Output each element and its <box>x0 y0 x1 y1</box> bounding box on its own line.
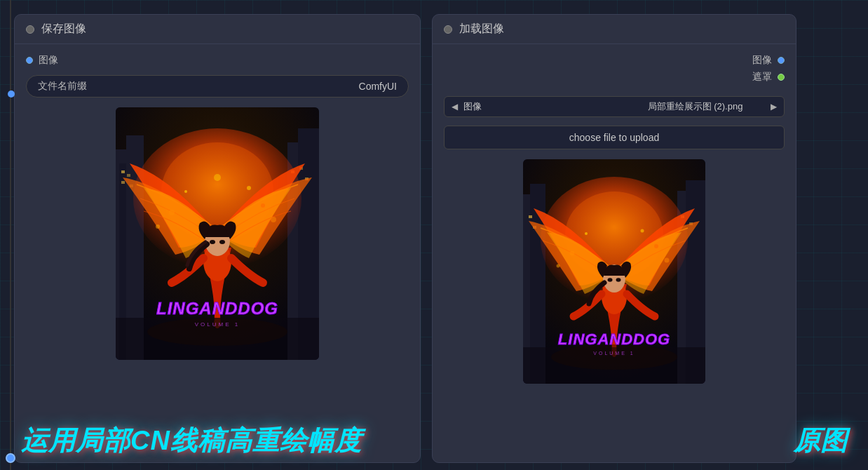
save-image-body: 图像 文件名前缀 ComfyUI <box>15 44 420 462</box>
svg-point-18 <box>219 240 225 244</box>
selector-prefix-label: 图像 <box>463 100 614 113</box>
load-image-body: 图像 遮罩 ◀ 图像 局部重绘展示图 (2).png ▶ choose file… <box>433 44 796 462</box>
svg-text:VOLUME 1: VOLUME 1 <box>195 321 240 328</box>
svg-text:VOLUME 1: VOLUME 1 <box>593 351 635 356</box>
main-layout: 保存图像 图像 文件名前缀 ComfyUI <box>0 0 868 470</box>
save-image-header: 保存图像 <box>15 15 420 44</box>
selector-right-arrow[interactable]: ▶ <box>771 102 777 112</box>
svg-point-23 <box>184 190 187 193</box>
svg-point-48 <box>665 258 670 263</box>
svg-point-21 <box>156 224 160 229</box>
svg-rect-33 <box>529 215 532 218</box>
svg-point-46 <box>654 244 658 248</box>
upload-button[interactable]: choose file to upload <box>444 126 785 149</box>
svg-point-24 <box>247 186 251 190</box>
save-image-status-dot <box>26 25 34 34</box>
image-port-row: 图像 <box>26 54 409 67</box>
mask-output-label: 遮罩 <box>752 71 772 83</box>
svg-text:LINGANDDOG: LINGANDDOG <box>558 330 670 348</box>
svg-rect-4 <box>121 170 125 173</box>
mask-output-dot <box>778 74 785 81</box>
left-anime-image: LINGANDDOG VOLUME 1 <box>116 107 319 360</box>
load-image-status-dot <box>444 25 452 34</box>
svg-point-43 <box>608 278 613 282</box>
load-image-node: 加载图像 图像 遮罩 ◀ 图像 局部重绘展示图 (2).png ▶ <box>432 14 796 463</box>
svg-point-17 <box>210 240 215 244</box>
svg-point-47 <box>557 264 560 268</box>
svg-point-50 <box>641 229 644 233</box>
svg-point-25 <box>214 174 221 181</box>
left-node-connector <box>8 90 15 98</box>
mask-output-port-row: 遮罩 <box>752 71 785 83</box>
svg-point-52 <box>551 344 677 370</box>
right-artwork-svg: LINGANDDOG VOLUME 1 <box>523 159 705 384</box>
image-output-label: 图像 <box>752 54 772 67</box>
save-image-node: 保存图像 图像 文件名前缀 ComfyUI <box>14 14 421 463</box>
image-output-port-row: 图像 <box>752 54 785 67</box>
svg-rect-6 <box>121 181 125 184</box>
svg-rect-5 <box>127 174 130 177</box>
svg-point-45 <box>570 251 575 256</box>
selector-left-arrow[interactable]: ◀ <box>452 102 458 112</box>
left-image-container: LINGANDDOG VOLUME 1 <box>26 107 409 452</box>
filename-input-row[interactable]: 文件名前缀 ComfyUI <box>26 75 409 98</box>
save-image-title: 保存图像 <box>41 22 86 36</box>
svg-point-19 <box>169 210 175 215</box>
svg-point-44 <box>616 278 621 282</box>
svg-point-20 <box>261 203 265 208</box>
image-selector-row[interactable]: ◀ 图像 局部重绘展示图 (2).png ▶ <box>444 96 785 117</box>
image-output-dot <box>778 57 785 64</box>
image-port-dot <box>26 57 33 64</box>
svg-point-49 <box>585 232 588 235</box>
right-image-container: LINGANDDOG VOLUME 1 <box>444 159 785 452</box>
timeline-dot <box>6 453 15 463</box>
filename-label: 文件名前缀 <box>38 80 87 93</box>
right-anime-image: LINGANDDOG VOLUME 1 <box>523 159 705 384</box>
left-artwork-svg: LINGANDDOG VOLUME 1 <box>116 107 319 360</box>
svg-text:LINGANDDOG: LINGANDDOG <box>156 299 278 318</box>
image-port-label: 图像 <box>39 54 58 67</box>
filename-value: ComfyUI <box>359 81 397 92</box>
load-image-title: 加载图像 <box>459 22 504 36</box>
load-image-header: 加载图像 <box>433 15 796 44</box>
svg-point-22 <box>271 217 276 222</box>
selector-filename-label: 局部重绘展示图 (2).png <box>620 100 771 113</box>
